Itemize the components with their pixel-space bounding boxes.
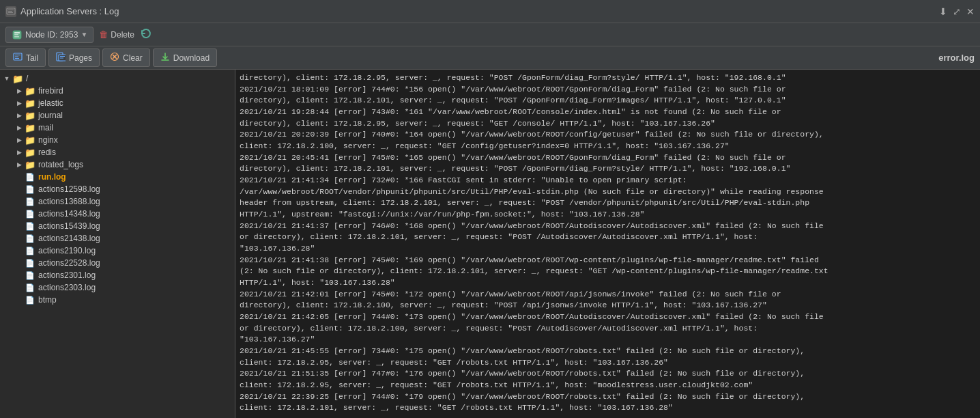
tree-item-label: actions2190.log xyxy=(38,246,96,255)
folder-arrow-icon: ▶ xyxy=(15,136,23,144)
main-area: ▼📁/▶📁firebird▶📁jelastic▶📁journal▶📁mail▶📁… xyxy=(0,70,980,418)
tree-item-actions2303[interactable]: 📄actions2303.log xyxy=(0,281,235,294)
file-icon: 📄 xyxy=(25,283,35,292)
toolbar-node: Node ID: 2953 ▼ 🗑 Delete xyxy=(0,23,980,46)
tree-item-actions12598[interactable]: 📄actions12598.log xyxy=(0,183,235,195)
tree-item-actions14348[interactable]: 📄actions14348.log xyxy=(0,208,235,220)
pages-label: Pages xyxy=(69,53,92,63)
clear-icon xyxy=(110,52,119,64)
tree-item-btmp[interactable]: 📄btmp xyxy=(0,294,235,306)
clear-button[interactable]: Clear xyxy=(102,48,150,67)
tree-item-redis[interactable]: ▶📁redis xyxy=(0,146,235,158)
svg-rect-1 xyxy=(8,10,14,10)
tree-item-firebird[interactable]: ▶📁firebird xyxy=(0,85,235,97)
tree-item-label: rotated_logs xyxy=(38,160,83,169)
svg-rect-6 xyxy=(14,34,18,36)
tree-item-actions2301[interactable]: 📄actions2301.log xyxy=(0,269,235,281)
svg-rect-5 xyxy=(14,32,20,33)
svg-rect-7 xyxy=(14,36,19,38)
file-icon: 📄 xyxy=(25,234,35,242)
tree-item-rotated_logs[interactable]: ▶📁rotated_logs xyxy=(0,158,235,171)
tree-item-root[interactable]: ▼📁/ xyxy=(0,72,235,85)
tree-item-run-log[interactable]: 📄run.log xyxy=(0,171,235,183)
toolbar-log: Tail Pages Clear Download error.log xyxy=(0,46,980,70)
tree-item-label: actions14348.log xyxy=(38,209,100,219)
tree-item-mail[interactable]: ▶📁mail xyxy=(0,122,235,134)
file-icon: 📄 xyxy=(25,185,35,193)
folder-icon: 📁 xyxy=(25,136,35,144)
tree-item-label: run.log xyxy=(38,172,66,182)
app-icon xyxy=(5,6,16,17)
tree-item-actions21438[interactable]: 📄actions21438.log xyxy=(0,232,235,245)
node-selector[interactable]: Node ID: 2953 ▼ xyxy=(5,27,93,43)
folder-icon: 📁 xyxy=(25,161,35,169)
svg-rect-9 xyxy=(15,55,20,55)
file-icon: 📄 xyxy=(25,296,35,304)
tree-item-label: btmp xyxy=(38,295,57,305)
folder-arrow-icon: ▼ xyxy=(3,74,11,83)
clear-label: Clear xyxy=(123,53,143,63)
folder-arrow-icon: ▶ xyxy=(15,99,23,107)
tree-item-actions22528[interactable]: 📄actions22528.log xyxy=(0,257,235,269)
tree-item-actions2190[interactable]: 📄actions2190.log xyxy=(0,245,235,257)
tree-item-label: actions22528.log xyxy=(38,258,100,268)
refresh-button[interactable] xyxy=(140,27,152,42)
title-bar-controls: ⬇ ⤢ ✕ xyxy=(939,7,975,16)
tree-item-label: actions12598.log xyxy=(38,184,100,194)
svg-rect-11 xyxy=(15,58,19,59)
tree-item-label: actions2301.log xyxy=(38,270,96,280)
folder-icon: 📁 xyxy=(25,124,35,132)
tree-item-label: jelastic xyxy=(38,98,63,108)
tail-button[interactable]: Tail xyxy=(5,48,46,67)
file-tree[interactable]: ▼📁/▶📁firebird▶📁jelastic▶📁journal▶📁mail▶📁… xyxy=(0,70,235,418)
tree-item-actions15439[interactable]: 📄actions15439.log xyxy=(0,220,235,232)
chevron-down-icon: ▼ xyxy=(81,31,87,38)
tree-item-label: / xyxy=(26,74,28,83)
tree-item-label: journal xyxy=(38,111,63,120)
folder-arrow-icon: ▶ xyxy=(15,87,23,95)
svg-rect-2 xyxy=(8,11,12,12)
folder-icon: 📁 xyxy=(25,99,35,107)
delete-label: Delete xyxy=(111,30,134,40)
delete-button[interactable]: 🗑 Delete xyxy=(99,29,134,40)
tree-item-nginx[interactable]: ▶📁nginx xyxy=(0,134,235,146)
delete-icon: 🗑 xyxy=(99,29,108,40)
tree-item-actions13688[interactable]: 📄actions13688.log xyxy=(0,195,235,208)
log-viewer[interactable]: directory), client: 172.18.2.95, server:… xyxy=(235,70,980,418)
tree-item-jelastic[interactable]: ▶📁jelastic xyxy=(0,97,235,109)
file-icon: 📄 xyxy=(25,271,35,279)
title-bar-left: Application Servers : Log xyxy=(5,6,119,17)
tree-item-label: actions15439.log xyxy=(38,221,100,231)
tree-item-label: actions21438.log xyxy=(38,234,100,243)
folder-icon: 📁 xyxy=(25,87,35,95)
pages-button[interactable]: Pages xyxy=(48,48,100,67)
file-icon: 📄 xyxy=(25,173,35,181)
filename-label: error.log xyxy=(938,53,975,63)
download-label: Download xyxy=(173,53,210,63)
tree-item-label: actions13688.log xyxy=(38,197,100,206)
folder-icon: 📁 xyxy=(25,148,35,156)
window-title: Application Servers : Log xyxy=(20,6,119,16)
download-icon xyxy=(160,52,170,64)
tree-item-label: nginx xyxy=(38,135,58,145)
download-button[interactable]: Download xyxy=(153,48,217,67)
folder-arrow-icon: ▶ xyxy=(15,161,23,169)
download-window-button[interactable]: ⬇ xyxy=(939,7,947,16)
tree-item-journal[interactable]: ▶📁journal xyxy=(0,109,235,122)
title-bar: Application Servers : Log ⬇ ⤢ ✕ xyxy=(0,0,980,23)
svg-rect-3 xyxy=(8,12,13,13)
file-icon: 📄 xyxy=(25,210,35,218)
log-text: directory), client: 172.18.2.95, server:… xyxy=(240,72,976,414)
close-button[interactable]: ✕ xyxy=(966,7,975,16)
folder-arrow-icon: ▶ xyxy=(15,111,23,120)
file-icon: 📄 xyxy=(25,197,35,206)
expand-button[interactable]: ⤢ xyxy=(953,7,961,16)
svg-rect-15 xyxy=(60,58,63,59)
tree-item-label: redis xyxy=(38,148,56,157)
svg-rect-14 xyxy=(60,56,65,57)
tail-icon xyxy=(13,52,23,64)
file-icon: 📄 xyxy=(25,222,35,230)
tree-item-label: actions2303.log xyxy=(38,283,96,292)
file-icon: 📄 xyxy=(25,259,35,267)
tree-item-label: firebird xyxy=(38,86,63,96)
